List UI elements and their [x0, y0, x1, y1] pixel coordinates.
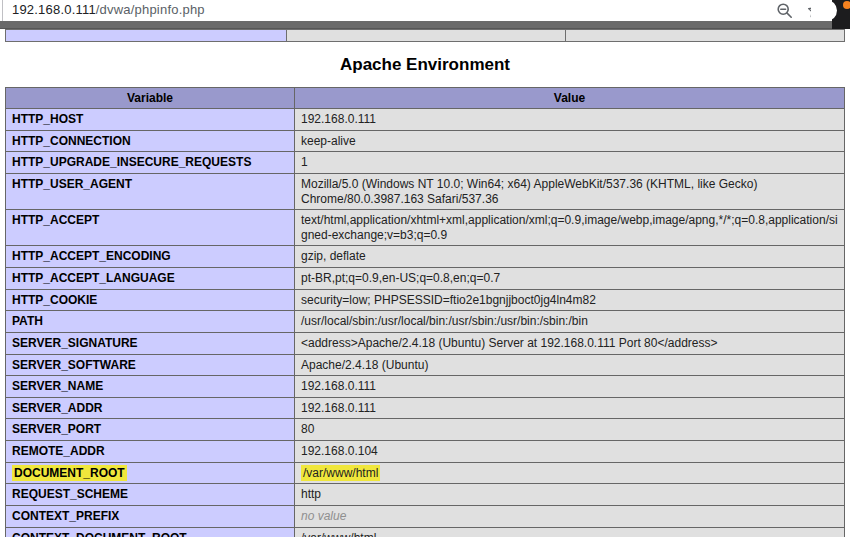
value-cell: 192.168.0.104	[295, 441, 845, 463]
value-cell: 192.168.0.111	[295, 376, 845, 398]
value-cell: <address>Apache/2.4.18 (Ubuntu) Server a…	[295, 332, 845, 354]
table-row: SERVER_NAME192.168.0.111	[6, 376, 845, 398]
variable-cell: HTTP_ACCEPT_ENCODING	[6, 246, 295, 268]
variable-cell: HTTP_COOKIE	[6, 289, 295, 311]
no-value-text: no value	[301, 509, 346, 523]
column-header-value: Value	[295, 88, 845, 109]
section-title: Apache Environment	[0, 55, 850, 75]
table-row: CONTEXT_DOCUMENT_ROOT/var/www/html	[6, 527, 845, 537]
partial-label-cell	[6, 30, 287, 42]
value-cell: 80	[295, 419, 845, 441]
table-row: REMOTE_ADDR192.168.0.104	[6, 441, 845, 463]
table-row: CONTEXT_PREFIXno value	[6, 505, 845, 527]
value-cell: /usr/local/sbin:/usr/local/bin:/usr/sbin…	[295, 311, 845, 333]
column-header-variable: Variable	[6, 88, 295, 109]
value-cell: 192.168.0.111	[295, 109, 845, 131]
table-row: SERVER_SIGNATURE<address>Apache/2.4.18 (…	[6, 332, 845, 354]
url-input[interactable]: 192.168.0.111/dvwa/phpinfo.php	[12, 2, 205, 17]
value-cell: http	[295, 484, 845, 506]
table-row: HTTP_USER_AGENTMozilla/5.0 (Windows NT 1…	[6, 173, 845, 209]
apache-environment-table: Variable Value HTTP_HOST192.168.0.111HTT…	[5, 87, 845, 537]
toolbar-divider	[0, 21, 850, 29]
value-cell: 192.168.0.111	[295, 397, 845, 419]
browser-address-bar: 192.168.0.111/dvwa/phpinfo.php	[0, 0, 850, 21]
table-row: DOCUMENT_ROOT/var/www/html	[6, 462, 845, 484]
table-row: SERVER_PORT80	[6, 419, 845, 441]
value-cell: pt-BR,pt;q=0.9,en-US;q=0.8,en;q=0.7	[295, 268, 845, 290]
value-cell: text/html,application/xhtml+xml,applicat…	[295, 210, 845, 246]
variable-cell: SERVER_NAME	[6, 376, 295, 398]
partial-value-cell	[566, 30, 845, 42]
url-domain: 192.168.0.111	[12, 2, 96, 17]
value-cell: keep-alive	[295, 130, 845, 152]
variable-cell: HTTP_CONNECTION	[6, 130, 295, 152]
variable-cell: PATH	[6, 311, 295, 333]
table-row: SERVER_SOFTWAREApache/2.4.18 (Ubuntu)	[6, 354, 845, 376]
value-cell: no value	[295, 505, 845, 527]
table-row: HTTP_ACCEPT_ENCODINGgzip, deflate	[6, 246, 845, 268]
table-row: REQUEST_SCHEMEhttp	[6, 484, 845, 506]
zoom-magnifier-icon[interactable]	[776, 2, 793, 19]
table-row: HTTP_ACCEPT_LANGUAGEpt-BR,pt;q=0.9,en-US…	[6, 268, 845, 290]
value-cell: /var/www/html	[295, 462, 845, 484]
variable-cell: HTTP_ACCEPT	[6, 210, 295, 246]
table-row: HTTP_COOKIEsecurity=low; PHPSESSID=ftio2…	[6, 289, 845, 311]
variable-cell: HTTP_HOST	[6, 109, 295, 131]
partial-table-row	[6, 30, 845, 42]
value-cell: Apache/2.4.18 (Ubuntu)	[295, 354, 845, 376]
variable-cell: CONTEXT_PREFIX	[6, 505, 295, 527]
variable-cell: SERVER_ADDR	[6, 397, 295, 419]
value-cell: gzip, deflate	[295, 246, 845, 268]
variable-cell: DOCUMENT_ROOT	[6, 462, 295, 484]
partial-table-above	[5, 29, 845, 42]
value-cell: Mozilla/5.0 (Windows NT 10.0; Win64; x64…	[295, 173, 845, 209]
table-header-row: Variable Value	[6, 88, 845, 109]
variable-cell: HTTP_USER_AGENT	[6, 173, 295, 209]
omnibox-left-edge	[2, 0, 3, 21]
omnibox-rounded-end	[811, 0, 837, 21]
variable-cell: HTTP_ACCEPT_LANGUAGE	[6, 268, 295, 290]
url-path: /dvwa/phpinfo.php	[96, 2, 205, 17]
table-row: HTTP_ACCEPTtext/html,application/xhtml+x…	[6, 210, 845, 246]
partial-value-cell	[287, 30, 566, 42]
variable-cell: HTTP_UPGRADE_INSECURE_REQUESTS	[6, 152, 295, 174]
table-row: HTTP_HOST192.168.0.111	[6, 109, 845, 131]
value-cell: security=low; PHPSESSID=ftio2e1bgnjjboct…	[295, 289, 845, 311]
phpinfo-page: Apache Environment Variable Value HTTP_H…	[0, 29, 850, 537]
variable-cell: SERVER_SIGNATURE	[6, 332, 295, 354]
extension-orange-dot-icon	[843, 1, 850, 9]
table-row: SERVER_ADDR192.168.0.111	[6, 397, 845, 419]
variable-cell: SERVER_PORT	[6, 419, 295, 441]
variable-cell: REMOTE_ADDR	[6, 441, 295, 463]
find-highlight: /var/www/html	[301, 465, 380, 481]
value-cell: /var/www/html	[295, 527, 845, 537]
variable-cell: SERVER_SOFTWARE	[6, 354, 295, 376]
value-cell: 1	[295, 152, 845, 174]
table-row: PATH/usr/local/sbin:/usr/local/bin:/usr/…	[6, 311, 845, 333]
table-row: HTTP_CONNECTIONkeep-alive	[6, 130, 845, 152]
variable-cell: CONTEXT_DOCUMENT_ROOT	[6, 527, 295, 537]
find-highlight: DOCUMENT_ROOT	[12, 465, 127, 481]
table-row: HTTP_UPGRADE_INSECURE_REQUESTS1	[6, 152, 845, 174]
variable-cell: REQUEST_SCHEME	[6, 484, 295, 506]
